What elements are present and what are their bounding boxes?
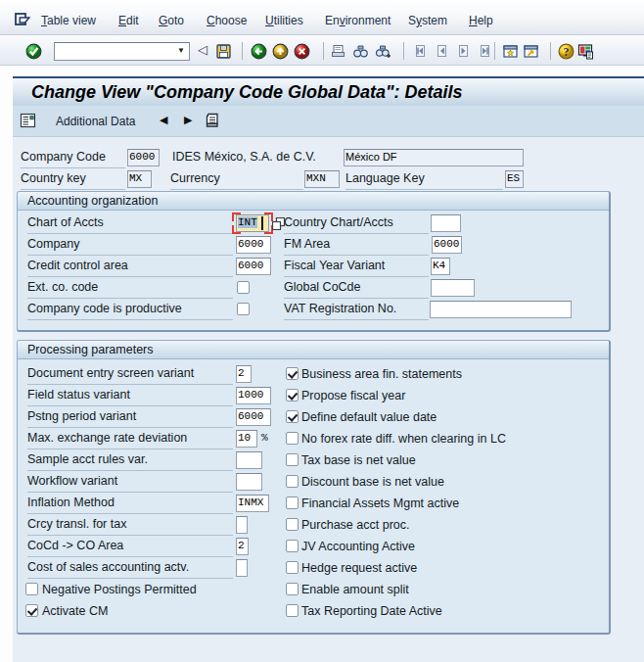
application-toolbar: Additional Data ◀ ▶ <box>13 106 644 137</box>
previous-entry-icon[interactable]: ◀ <box>160 114 167 126</box>
credit-control-field[interactable]: 6000 <box>236 258 271 275</box>
menu-system[interactable]: System <box>408 14 447 27</box>
language-key-label: Language Key <box>345 168 503 190</box>
currency-label: Currency <box>170 168 303 190</box>
credit-control-label: Credit control area <box>27 256 233 277</box>
row-discount-base-net: Discount base is net value <box>18 471 610 493</box>
row-company: Company 6000 FM Area 6000 <box>18 234 610 256</box>
hedge-request-checkbox[interactable] <box>286 561 299 574</box>
shortcut-icon[interactable] <box>523 43 539 60</box>
company-code-field[interactable]: 6000 <box>127 149 160 166</box>
enable-amount-split-label: Enable amount split <box>301 579 409 600</box>
group-title: Processing parameters <box>27 343 154 356</box>
additional-data-button[interactable]: Additional Data <box>56 115 135 128</box>
vat-reg-field[interactable] <box>430 301 572 318</box>
financial-assets-mgmt-label: Financial Assets Mgmt active <box>301 493 459 514</box>
menu-goto[interactable]: Goto <box>159 14 184 27</box>
print-icon[interactable] <box>330 43 346 60</box>
text-cursor <box>261 216 263 230</box>
back-icon[interactable] <box>251 43 267 60</box>
row-business-area: Business area fin. statements <box>18 363 610 385</box>
purchase-acct-proc-label: Purchase acct proc. <box>301 514 409 536</box>
row-credit-control: Credit control area 6000 Fiscal Year Var… <box>18 256 610 277</box>
purchase-acct-proc-checkbox[interactable] <box>286 518 299 531</box>
previous-page-icon[interactable] <box>434 43 450 60</box>
company-label: Company <box>27 234 233 256</box>
command-combo: ▼ <box>54 42 190 61</box>
tax-reporting-date-checkbox[interactable] <box>286 604 299 617</box>
financial-assets-mgmt-checkbox[interactable] <box>286 496 299 509</box>
discount-base-net-checkbox[interactable] <box>286 475 299 488</box>
country-chart-field[interactable] <box>431 214 461 232</box>
toolbar-separator <box>323 42 324 60</box>
toolbar-separator <box>494 42 495 60</box>
vat-reg-label: VAT Registration No. <box>284 299 429 320</box>
print-list-icon[interactable] <box>204 112 222 134</box>
command-dropdown-icon[interactable]: ▼ <box>177 46 185 55</box>
enable-amount-split-checkbox[interactable] <box>286 583 299 595</box>
group-title: Accounting organization <box>27 194 158 208</box>
country-key-field[interactable]: MX <box>127 170 152 188</box>
menu-utilities[interactable]: Utilities <box>265 14 303 27</box>
toolbar-separator <box>242 42 243 60</box>
define-default-value-date-checkbox[interactable] <box>286 410 299 423</box>
chart-of-accts-field[interactable]: INT <box>236 214 269 232</box>
row-tax-reporting-date: Tax Reporting Date Active <box>18 600 610 622</box>
details-icon[interactable] <box>20 113 36 132</box>
system-menu-icon[interactable] <box>14 11 30 26</box>
screen-title-bar: Change View "Company Code Global Data": … <box>13 76 644 106</box>
back-triangle-icon[interactable]: ◁ <box>198 40 207 60</box>
cancel-icon[interactable] <box>294 43 310 60</box>
next-entry-icon[interactable]: ▶ <box>184 114 192 126</box>
new-session-icon[interactable] <box>502 43 519 60</box>
tax-reporting-date-label: Tax Reporting Date Active <box>301 600 442 622</box>
chart-of-accts-label: Chart of Accts <box>27 213 233 234</box>
header-row-country: Country key MX Currency MXN Language Key… <box>13 168 644 190</box>
city-field[interactable]: México DF <box>344 149 524 166</box>
menu-help[interactable]: Help <box>469 14 493 27</box>
row-purchase-acct-proc: Purchase acct proc. <box>18 514 610 536</box>
global-cocde-field[interactable] <box>431 279 475 297</box>
enter-check-icon[interactable] <box>25 43 42 60</box>
menu-bar: Table view Edit Goto Choose Utilities En… <box>0 0 644 35</box>
jv-accounting-label: JV Accounting Active <box>301 536 415 557</box>
tax-base-net-checkbox[interactable] <box>286 453 299 466</box>
productive-checkbox[interactable] <box>237 303 250 315</box>
find-icon[interactable] <box>352 43 369 60</box>
define-default-value-date-label: Define default value date <box>301 406 437 428</box>
ext-co-code-checkbox[interactable] <box>237 281 250 294</box>
fm-area-field[interactable]: 6000 <box>432 236 462 254</box>
exit-icon[interactable] <box>272 43 289 60</box>
row-hedge-request: Hedge request active <box>18 557 610 579</box>
menu-table-view[interactable]: Table view <box>41 14 96 27</box>
no-forex-rate-diff-checkbox[interactable] <box>286 432 299 445</box>
menu-edit[interactable]: Edit <box>118 14 139 27</box>
menu-choose[interactable]: Choose <box>207 14 247 27</box>
currency-field[interactable]: MXN <box>304 170 340 188</box>
language-key-field[interactable]: ES <box>505 170 524 188</box>
customize-layout-icon[interactable] <box>577 43 594 60</box>
row-enable-amount-split: Enable amount split <box>18 579 610 600</box>
svg-text:?: ? <box>564 45 570 59</box>
row-no-forex-rate-diff: No forex rate diff. when clearing in LC <box>18 428 610 449</box>
fiscal-year-variant-field[interactable]: K4 <box>431 258 450 275</box>
next-page-icon[interactable] <box>455 43 472 60</box>
menu-environment[interactable]: Environment <box>325 14 391 27</box>
business-area-checkbox[interactable] <box>286 367 299 380</box>
fiscal-year-variant-label: Fiscal Year Variant <box>284 256 429 277</box>
propose-fiscal-year-checkbox[interactable] <box>286 389 299 402</box>
command-input[interactable] <box>56 44 175 59</box>
jv-accounting-checkbox[interactable] <box>286 540 299 552</box>
help-icon[interactable]: ? <box>558 43 575 60</box>
save-icon[interactable] <box>215 43 232 60</box>
page-title: Change View "Company Code Global Data": … <box>31 82 462 103</box>
global-cocde-label: Global CoCde <box>284 277 429 299</box>
first-page-icon[interactable] <box>412 43 429 60</box>
discount-base-net-label: Discount base is net value <box>301 471 444 493</box>
find-next-icon[interactable] <box>375 43 391 60</box>
row-chart-of-accts: Chart of Accts INT Country Chart/Accts <box>18 213 610 234</box>
company-field[interactable]: 6000 <box>236 236 271 254</box>
last-page-icon[interactable] <box>477 43 493 60</box>
company-name-text: IDES México, S.A. de C.V. <box>172 147 316 168</box>
row-propose-fiscal-year: Propose fiscal year <box>18 385 610 406</box>
